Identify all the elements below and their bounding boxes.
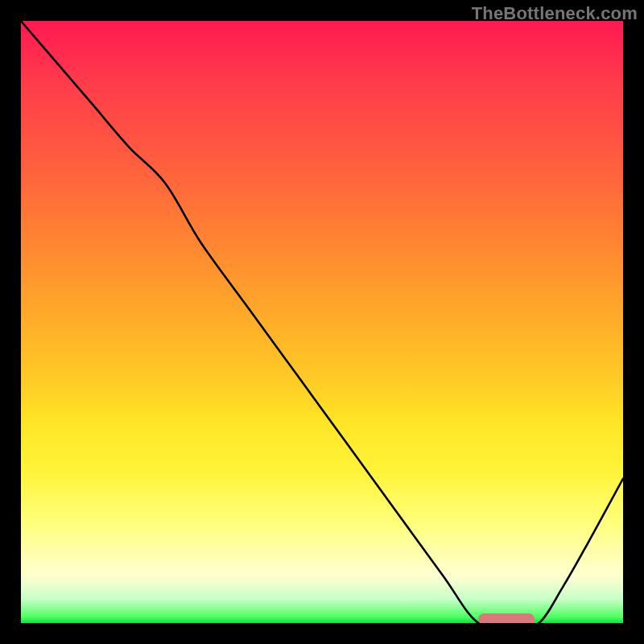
plot-gradient-background (21, 21, 623, 623)
chart-root: TheBottleneck.com (0, 0, 644, 644)
x-axis (0, 623, 644, 644)
y-axis (0, 0, 21, 644)
watermark-text: TheBottleneck.com (472, 3, 638, 24)
